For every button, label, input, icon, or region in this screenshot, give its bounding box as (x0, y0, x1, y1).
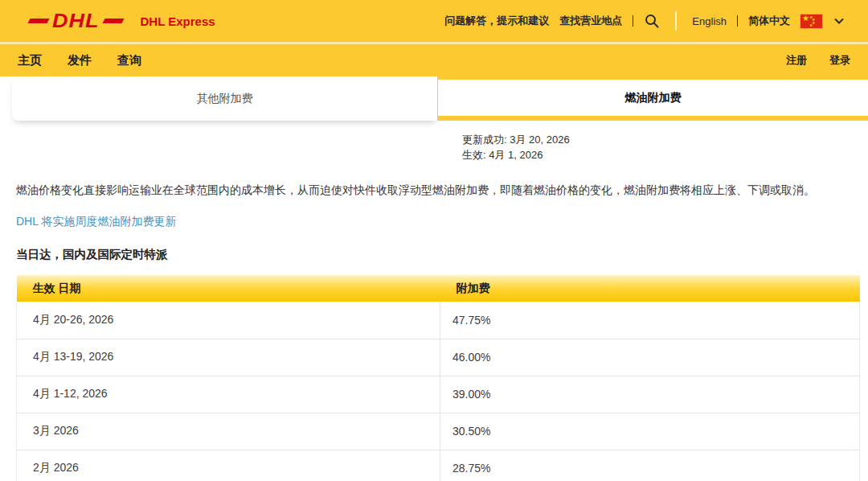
find-location-link[interactable]: 查找营业地点 (559, 14, 622, 28)
brand-title: DHL Express (141, 14, 215, 28)
logo-stripe-left (27, 18, 49, 23)
language-english[interactable]: English (692, 15, 727, 27)
surcharge-cell: 47.75% (440, 302, 860, 339)
search-icon[interactable] (644, 13, 660, 29)
nav-item-home[interactable]: 主页 (18, 53, 42, 68)
table-row: 4月 20-26, 2026 47.75% (17, 302, 860, 339)
table-header-surcharge: 附加费 (440, 275, 860, 302)
fuel-surcharge-table: 生效 日期 附加费 4月 20-26, 2026 47.75% 4月 13-19… (16, 275, 860, 481)
intro-paragraph: 燃油价格变化直接影响运输业在全球范围内的成本增长，从而迫使对快件收取浮动型燃油附… (16, 182, 852, 198)
nav-item-ship[interactable]: 发件 (68, 53, 92, 68)
table-header-row: 生效 日期 附加费 (17, 275, 860, 302)
register-link[interactable]: 注册 (786, 53, 807, 68)
surcharge-cell: 39.00% (440, 376, 860, 413)
faq-link[interactable]: 问题解答，提示和建议 (444, 14, 549, 28)
language-chinese[interactable]: 简体中文 (748, 14, 790, 28)
weekly-update-link[interactable]: DHL 将实施周度燃油附加费更新 (16, 215, 176, 229)
logo-text: DHL (52, 11, 100, 31)
china-flag-icon[interactable]: ★ ★ ★ ★ ★ (800, 14, 822, 28)
nav-item-track[interactable]: 查询 (117, 53, 141, 68)
surcharge-tabs: 其他附加费 燃油附加费 (12, 76, 868, 121)
table-row: 2月 2026 28.75% (17, 450, 860, 481)
table-row: 4月 1-12, 2026 39.00% (17, 376, 860, 413)
status-effective: 生效: 4月 1, 2026 (462, 147, 868, 162)
tab-other-surcharges[interactable]: 其他附加费 (12, 76, 438, 121)
surcharge-cell: 28.75% (440, 450, 860, 481)
table-row: 3月 2026 30.50% (17, 413, 860, 450)
login-link[interactable]: 登录 (829, 53, 850, 68)
date-cell: 4月 20-26, 2026 (17, 302, 440, 339)
status-updated: 更新成功: 3月 20, 2026 (462, 132, 868, 147)
date-cell: 4月 1-12, 2026 (17, 376, 440, 413)
table-header-date: 生效 日期 (17, 275, 440, 302)
nav-auth-links: 注册 登录 (786, 53, 850, 68)
date-cell: 2月 2026 (17, 450, 440, 481)
separator (633, 15, 633, 27)
date-cell: 3月 2026 (17, 413, 440, 450)
chevron-down-icon[interactable] (834, 18, 844, 24)
dhl-logo[interactable]: DHL (29, 10, 123, 32)
logo-stripe-right (102, 18, 124, 23)
section-title: 当日达，国内及国际定时特派 (16, 247, 852, 262)
update-status: 更新成功: 3月 20, 2026 生效: 4月 1, 2026 (0, 121, 868, 162)
table-row: 4月 13-19, 2026 46.00% (17, 339, 860, 376)
surcharge-cell: 30.50% (440, 413, 860, 450)
top-header: DHL DHL Express 问题解答，提示和建议 查找营业地点 Englis… (0, 0, 868, 42)
date-cell: 4月 13-19, 2026 (17, 339, 440, 376)
surcharge-cell: 46.00% (440, 339, 860, 376)
main-nav: 主页 发件 查询 注册 登录 (0, 44, 868, 76)
separator (737, 15, 738, 27)
header-links: 问题解答，提示和建议 查找营业地点 English 简体中文 ★ ★ ★ ★ ★ (444, 11, 844, 31)
separator (675, 11, 677, 31)
tab-fuel-surcharge[interactable]: 燃油附加费 (438, 76, 868, 121)
